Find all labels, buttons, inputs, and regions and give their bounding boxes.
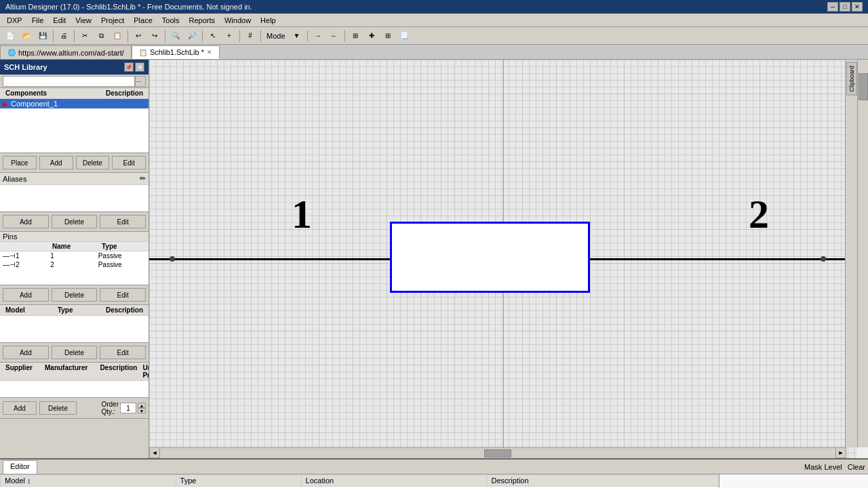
tb-copy[interactable]: ⧉ — [94, 29, 108, 43]
tb-arrow2[interactable]: ← — [327, 29, 342, 43]
aliases-header: Aliases ✏ — [0, 173, 149, 185]
tb-print[interactable]: 🖨 — [56, 29, 71, 43]
pin-name-2: 2 — [50, 261, 98, 268]
add-supplier-button[interactable]: Add — [3, 401, 37, 415]
tb-sep7 — [260, 30, 261, 42]
editor-tab[interactable]: Editor — [3, 460, 37, 474]
minimize-button[interactable]: ─ — [827, 2, 838, 12]
tb-doc[interactable]: 📃 — [397, 29, 412, 43]
edit-component-button[interactable]: Edit — [112, 156, 146, 169]
menu-project[interactable]: Project — [97, 15, 128, 26]
component-item-1[interactable]: ▶ Component_1 — [0, 99, 149, 108]
tb-save[interactable]: 💾 — [35, 29, 50, 43]
menu-tools[interactable]: Tools — [158, 15, 184, 26]
aliases-edit-icon[interactable]: ✏ — [140, 174, 146, 183]
canvas-scrollbar[interactable] — [857, 60, 868, 447]
menu-file[interactable]: File — [28, 15, 48, 26]
tb-redo[interactable]: ↪ — [147, 29, 162, 43]
tb-wire[interactable]: + — [222, 29, 237, 43]
menu-place[interactable]: Place — [130, 15, 157, 26]
tb-zoomout[interactable]: 🔎 — [184, 29, 199, 43]
tb-arrow[interactable]: → — [311, 29, 326, 43]
delete-supplier-button[interactable]: Delete — [39, 401, 77, 415]
close-button[interactable]: ✕ — [852, 2, 863, 12]
workspace: SCH Library 📌 ✕ … Components Description… — [0, 60, 868, 458]
tb-component[interactable]: ⊞ — [348, 29, 363, 43]
add-component-button[interactable]: Add — [39, 156, 73, 169]
components-col[interactable]: Components — [3, 89, 50, 98]
order-qty-input[interactable] — [120, 403, 136, 413]
component-rectangle[interactable] — [390, 222, 590, 293]
tb-cut[interactable]: ✂ — [77, 29, 92, 43]
model-col-desc[interactable]: Description — [103, 306, 146, 314]
tb-select[interactable]: ↖ — [205, 29, 220, 43]
tab-adstart[interactable]: 🌐 https://www.altium.com/ad-start/ — [0, 45, 132, 59]
tb-grid2[interactable]: ⊞ — [380, 29, 395, 43]
tb-zoomin[interactable]: 🔍 — [168, 29, 183, 43]
tb-paste[interactable]: 📋 — [110, 29, 125, 43]
qty-down-button[interactable]: ▼ — [138, 408, 146, 413]
pins-buttons: Add Delete Edit — [0, 285, 149, 305]
maximize-button[interactable]: □ — [840, 2, 850, 12]
pin-type-2: Passive — [98, 261, 146, 268]
tb-place[interactable]: ✚ — [364, 29, 379, 43]
delete-model-button[interactable]: Delete — [52, 346, 98, 359]
mode-dropdown[interactable]: ▼ — [290, 29, 304, 43]
canvas-scroll-right[interactable]: ► — [835, 447, 846, 458]
pin-endpoint-right — [821, 256, 826, 262]
component-name: Component_1 — [11, 100, 58, 108]
edit-pin-button[interactable]: Edit — [100, 288, 146, 302]
tb-open[interactable]: 📂 — [19, 29, 34, 43]
supplier-col-desc[interactable]: Description — [97, 363, 140, 380]
supplier-col-mfg[interactable]: Manufacturer — [42, 363, 90, 380]
add-model-button[interactable]: Add — [3, 346, 49, 359]
canvas-hscroll: ◄ ► — [149, 447, 846, 458]
tb-new[interactable]: 📄 — [3, 29, 18, 43]
menu-help[interactable]: Help — [256, 15, 280, 26]
menu-view[interactable]: View — [71, 15, 96, 26]
model-col-model[interactable]: Model — [3, 306, 28, 314]
pin-col-name: Name — [50, 242, 99, 251]
model-th-location[interactable]: Location — [301, 475, 487, 487]
menu-reports[interactable]: Reports — [184, 15, 219, 26]
model-th-type[interactable]: Type — [176, 475, 301, 487]
editor-tabs: Editor Mask Level Clear — [0, 460, 868, 474]
description-col[interactable]: Description — [103, 89, 146, 98]
menu-window[interactable]: Window — [220, 15, 255, 26]
delete-pin-button[interactable]: Delete — [52, 288, 98, 302]
model-th-description[interactable]: Description — [487, 475, 718, 487]
order-qty-label: OrderQty.: — [101, 401, 119, 415]
delete-component-button[interactable]: Delete — [76, 156, 110, 169]
add-alias-button[interactable]: Add — [3, 215, 49, 228]
place-button[interactable]: Place — [3, 156, 37, 169]
tb-grid[interactable]: # — [243, 29, 258, 43]
menu-edit[interactable]: Edit — [49, 15, 70, 26]
menu-dxp[interactable]: DXP — [3, 15, 26, 26]
canvas-scroll-left[interactable]: ◄ — [149, 447, 160, 458]
mode-label: Mode — [264, 32, 288, 40]
delete-alias-button[interactable]: Delete — [52, 215, 98, 228]
search-button[interactable]: … — [135, 76, 146, 87]
mask-level-bar: Mask Level Clear — [804, 460, 865, 474]
tb-sep4 — [165, 30, 165, 42]
qty-up-button[interactable]: ▲ — [138, 403, 146, 408]
mask-level-label: Mask Level — [804, 463, 842, 471]
tab-schlib[interactable]: 📋 Schlib1.SchLib * ✕ — [132, 45, 220, 59]
clipboard-tab[interactable]: Clipboard — [846, 62, 857, 96]
model-th-model[interactable]: Model ↕ — [1, 475, 176, 487]
model-col-type[interactable]: Type — [55, 306, 76, 314]
canvas-scrollbar-thumb[interactable] — [859, 73, 868, 100]
edit-alias-button[interactable]: Edit — [100, 215, 146, 228]
panel-pin-button[interactable]: 📌 — [124, 62, 134, 72]
clear-button[interactable]: Clear — [848, 463, 865, 471]
tab-schlib-close[interactable]: ✕ — [207, 49, 212, 56]
supplier-col-supplier[interactable]: Supplier — [3, 363, 35, 380]
edit-model-button[interactable]: Edit — [100, 346, 146, 359]
search-input[interactable] — [3, 76, 135, 87]
add-pin-button[interactable]: Add — [3, 288, 49, 302]
panel-close-button[interactable]: ✕ — [135, 62, 144, 72]
canvas-hscroll-thumb[interactable] — [484, 449, 511, 458]
supplier-col-price[interactable]: Unit Price — [140, 363, 149, 380]
tb-undo[interactable]: ↩ — [131, 29, 146, 43]
model-table: Model ↕ Type Location Description — [0, 474, 719, 487]
